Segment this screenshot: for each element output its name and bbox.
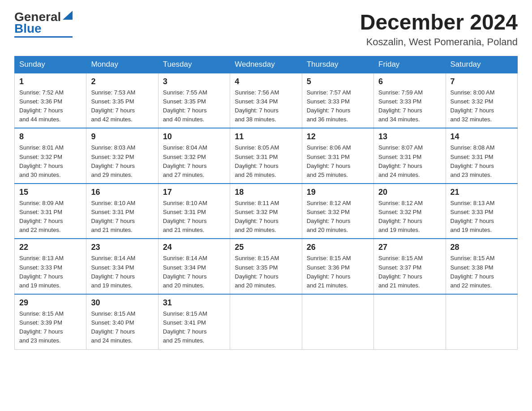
day-number: 11 — [235, 132, 297, 141]
calendar-cell: 2Sunrise: 7:53 AMSunset: 3:35 PMDaylight… — [86, 73, 158, 128]
day-number: 4 — [235, 77, 297, 86]
day-info: Sunrise: 8:04 AMSunset: 3:32 PMDaylight:… — [163, 143, 225, 180]
calendar-table: SundayMondayTuesdayWednesdayThursdayFrid… — [14, 56, 518, 350]
day-number: 17 — [163, 188, 225, 197]
day-info: Sunrise: 8:13 AMSunset: 3:33 PMDaylight:… — [450, 199, 513, 235]
day-number: 28 — [450, 243, 513, 252]
column-header-thursday: Thursday — [302, 56, 373, 73]
svg-marker-0 — [63, 11, 73, 20]
calendar-cell: 9Sunrise: 8:03 AMSunset: 3:32 PMDaylight… — [86, 128, 158, 184]
calendar-subtitle: Koszalin, West Pomerania, Poland — [360, 36, 518, 48]
calendar-cell: 29Sunrise: 8:15 AMSunset: 3:39 PMDayligh… — [15, 294, 86, 349]
logo-triangle-icon — [63, 11, 73, 20]
calendar-cell: 12Sunrise: 8:06 AMSunset: 3:31 PMDayligh… — [302, 128, 373, 184]
day-info: Sunrise: 8:14 AMSunset: 3:34 PMDaylight:… — [91, 254, 153, 290]
column-header-saturday: Saturday — [446, 56, 517, 73]
day-info: Sunrise: 8:07 AMSunset: 3:31 PMDaylight:… — [378, 143, 441, 180]
logo-blue-text: Blue — [14, 22, 42, 35]
day-number: 31 — [163, 298, 225, 308]
day-number: 15 — [19, 188, 82, 197]
day-info: Sunrise: 7:53 AMSunset: 3:35 PMDaylight:… — [91, 88, 153, 124]
day-number: 24 — [163, 243, 225, 252]
calendar-cell: 17Sunrise: 8:10 AMSunset: 3:31 PMDayligh… — [158, 184, 230, 239]
day-info: Sunrise: 8:15 AMSunset: 3:36 PMDaylight:… — [307, 254, 369, 290]
day-number: 9 — [91, 132, 153, 141]
day-number: 30 — [91, 298, 153, 308]
day-info: Sunrise: 8:05 AMSunset: 3:31 PMDaylight:… — [235, 143, 297, 180]
calendar-cell: 18Sunrise: 8:11 AMSunset: 3:32 PMDayligh… — [230, 184, 302, 239]
day-info: Sunrise: 8:15 AMSunset: 3:40 PMDaylight:… — [91, 309, 153, 346]
calendar-week-row: 15Sunrise: 8:09 AMSunset: 3:31 PMDayligh… — [15, 184, 518, 239]
calendar-cell: 20Sunrise: 8:12 AMSunset: 3:32 PMDayligh… — [374, 184, 446, 239]
day-info: Sunrise: 8:13 AMSunset: 3:33 PMDaylight:… — [19, 254, 82, 290]
day-number: 29 — [19, 298, 82, 308]
day-info: Sunrise: 8:12 AMSunset: 3:32 PMDaylight:… — [307, 199, 369, 235]
calendar-cell: 16Sunrise: 8:10 AMSunset: 3:31 PMDayligh… — [86, 184, 158, 239]
calendar-week-row: 8Sunrise: 8:01 AMSunset: 3:32 PMDaylight… — [15, 128, 518, 184]
day-number: 5 — [307, 77, 369, 86]
day-info: Sunrise: 8:15 AMSunset: 3:41 PMDaylight:… — [163, 309, 225, 346]
day-number: 7 — [450, 77, 513, 86]
calendar-cell: 5Sunrise: 7:57 AMSunset: 3:33 PMDaylight… — [302, 73, 373, 128]
day-number: 12 — [307, 132, 369, 141]
day-number: 23 — [91, 243, 153, 252]
calendar-cell: 1Sunrise: 7:52 AMSunset: 3:36 PMDaylight… — [15, 73, 86, 128]
day-number: 14 — [450, 132, 513, 141]
day-info: Sunrise: 8:10 AMSunset: 3:31 PMDaylight:… — [91, 199, 153, 235]
day-number: 25 — [235, 243, 297, 252]
calendar-cell: 7Sunrise: 8:00 AMSunset: 3:32 PMDaylight… — [446, 73, 517, 128]
calendar-cell: 22Sunrise: 8:13 AMSunset: 3:33 PMDayligh… — [15, 239, 86, 294]
calendar-cell — [374, 294, 446, 349]
day-info: Sunrise: 7:52 AMSunset: 3:36 PMDaylight:… — [19, 88, 82, 124]
calendar-cell: 24Sunrise: 8:14 AMSunset: 3:34 PMDayligh… — [158, 239, 230, 294]
calendar-cell: 8Sunrise: 8:01 AMSunset: 3:32 PMDaylight… — [15, 128, 86, 184]
column-header-tuesday: Tuesday — [158, 56, 230, 73]
title-section: December 2024 Koszalin, West Pomerania, … — [360, 11, 518, 48]
calendar-cell: 31Sunrise: 8:15 AMSunset: 3:41 PMDayligh… — [158, 294, 230, 349]
calendar-cell — [446, 294, 517, 349]
calendar-title: December 2024 — [360, 11, 518, 34]
column-header-wednesday: Wednesday — [230, 56, 302, 73]
day-number: 16 — [91, 188, 153, 197]
day-number: 22 — [19, 243, 82, 252]
page-header: General Blue December 2024 Koszalin, Wes… — [14, 11, 518, 48]
logo: General Blue — [14, 11, 73, 38]
calendar-cell: 21Sunrise: 8:13 AMSunset: 3:33 PMDayligh… — [446, 184, 517, 239]
calendar-cell: 26Sunrise: 8:15 AMSunset: 3:36 PMDayligh… — [302, 239, 373, 294]
calendar-week-row: 1Sunrise: 7:52 AMSunset: 3:36 PMDaylight… — [15, 73, 518, 128]
day-info: Sunrise: 8:01 AMSunset: 3:32 PMDaylight:… — [19, 143, 82, 180]
day-info: Sunrise: 8:10 AMSunset: 3:31 PMDaylight:… — [163, 199, 225, 235]
day-info: Sunrise: 7:59 AMSunset: 3:33 PMDaylight:… — [378, 88, 441, 124]
day-number: 10 — [163, 132, 225, 141]
day-info: Sunrise: 8:15 AMSunset: 3:39 PMDaylight:… — [19, 309, 82, 346]
logo-underline — [14, 36, 73, 38]
day-info: Sunrise: 7:56 AMSunset: 3:34 PMDaylight:… — [235, 88, 297, 124]
day-number: 20 — [378, 188, 441, 197]
calendar-cell — [302, 294, 373, 349]
calendar-cell — [230, 294, 302, 349]
day-number: 27 — [378, 243, 441, 252]
calendar-cell: 13Sunrise: 8:07 AMSunset: 3:31 PMDayligh… — [374, 128, 446, 184]
day-number: 6 — [378, 77, 441, 86]
day-number: 21 — [450, 188, 513, 197]
day-info: Sunrise: 8:09 AMSunset: 3:31 PMDaylight:… — [19, 199, 82, 235]
calendar-cell: 25Sunrise: 8:15 AMSunset: 3:35 PMDayligh… — [230, 239, 302, 294]
calendar-cell: 23Sunrise: 8:14 AMSunset: 3:34 PMDayligh… — [86, 239, 158, 294]
day-number: 2 — [91, 77, 153, 86]
day-info: Sunrise: 8:06 AMSunset: 3:31 PMDaylight:… — [307, 143, 369, 180]
column-header-friday: Friday — [374, 56, 446, 73]
calendar-header-row: SundayMondayTuesdayWednesdayThursdayFrid… — [15, 56, 518, 73]
calendar-cell: 10Sunrise: 8:04 AMSunset: 3:32 PMDayligh… — [158, 128, 230, 184]
calendar-cell: 14Sunrise: 8:08 AMSunset: 3:31 PMDayligh… — [446, 128, 517, 184]
day-info: Sunrise: 8:00 AMSunset: 3:32 PMDaylight:… — [450, 88, 513, 124]
day-info: Sunrise: 8:15 AMSunset: 3:38 PMDaylight:… — [450, 254, 513, 290]
day-info: Sunrise: 8:15 AMSunset: 3:35 PMDaylight:… — [235, 254, 297, 290]
calendar-week-row: 22Sunrise: 8:13 AMSunset: 3:33 PMDayligh… — [15, 239, 518, 294]
day-number: 1 — [19, 77, 82, 86]
day-info: Sunrise: 7:55 AMSunset: 3:35 PMDaylight:… — [163, 88, 225, 124]
calendar-cell: 4Sunrise: 7:56 AMSunset: 3:34 PMDaylight… — [230, 73, 302, 128]
calendar-cell: 19Sunrise: 8:12 AMSunset: 3:32 PMDayligh… — [302, 184, 373, 239]
calendar-cell: 15Sunrise: 8:09 AMSunset: 3:31 PMDayligh… — [15, 184, 86, 239]
day-number: 18 — [235, 188, 297, 197]
day-number: 3 — [163, 77, 225, 86]
